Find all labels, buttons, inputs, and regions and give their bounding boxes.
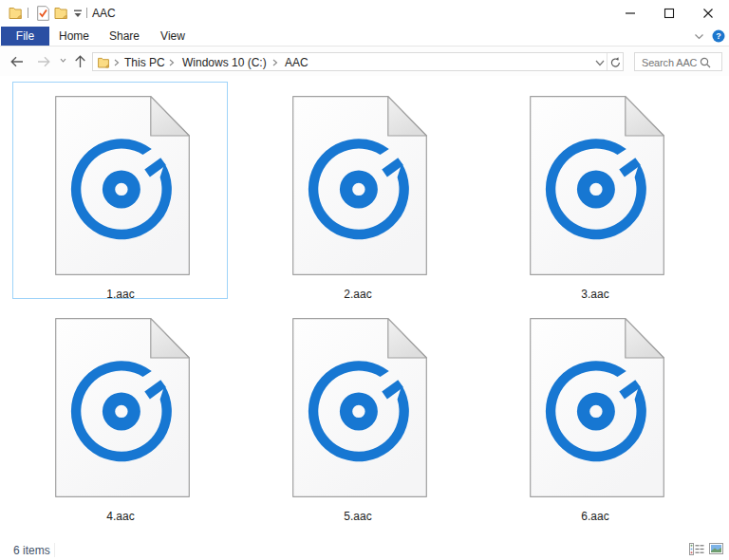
svg-text:?: ? (716, 31, 721, 41)
